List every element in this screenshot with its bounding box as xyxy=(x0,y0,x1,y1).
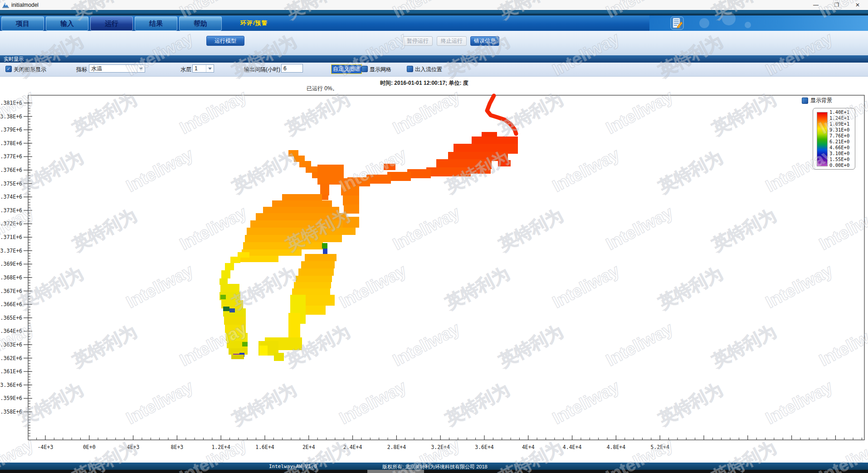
stop-run-button[interactable]: 终止运行 xyxy=(437,36,467,46)
svg-text:3.37E+6: 3.37E+6 xyxy=(0,248,23,254)
indicator-dropdown[interactable]: 水温 xyxy=(89,64,145,73)
legend-value: 9.31E+0 xyxy=(829,127,849,132)
svg-text:2.4E+4: 2.4E+4 xyxy=(343,444,362,450)
legend-value: 1.40E+1 xyxy=(829,110,849,115)
svg-text:8E+3: 8E+3 xyxy=(171,444,184,450)
run-toolbar: 运行模型 已运行 0%。 暂停运行 终止运行 错误信息 xyxy=(0,31,868,55)
svg-text:3.371E+6: 3.371E+6 xyxy=(0,234,22,240)
chevron-down-icon xyxy=(206,65,214,72)
plot-canvas: 3.381E+63.38E+63.379E+63.378E+63.377E+63… xyxy=(0,88,868,465)
pause-run-button[interactable]: 暂停运行 xyxy=(403,36,433,46)
legend-value: 6.21E+0 xyxy=(829,139,849,144)
legend-value: 3.10E+0 xyxy=(829,151,849,156)
svg-text:-4E+3: -4E+3 xyxy=(38,444,54,450)
notes-icon[interactable] xyxy=(670,16,684,30)
tab-input[interactable]: 输入 xyxy=(46,16,88,31)
close-graph-checkbox[interactable]: ✓ xyxy=(5,66,12,72)
restore-button[interactable]: ❐ xyxy=(826,0,847,10)
svg-text:3.374E+6: 3.374E+6 xyxy=(0,194,22,200)
time-caption: 时间: 2016-01-01 12:00:17; 单位: 度 xyxy=(380,79,468,87)
svg-text:3.367E+6: 3.367E+6 xyxy=(0,288,22,294)
error-info-button[interactable]: 错误信息 xyxy=(470,36,499,46)
legend-toggle: 显示背景 xyxy=(802,97,832,104)
tab-project[interactable]: 项目 xyxy=(1,16,44,31)
color-scale-legend: 1.40E+11.24E+11.09E+19.31E+07.76E+06.21E… xyxy=(813,108,855,170)
svg-text:3.2E+4: 3.2E+4 xyxy=(431,444,450,450)
menu-badge: 环评/预警 xyxy=(240,19,268,27)
svg-text:3.375E+6: 3.375E+6 xyxy=(0,180,22,187)
svg-text:3.366E+6: 3.366E+6 xyxy=(0,301,22,307)
menu-right-panel xyxy=(649,15,868,31)
svg-text:1.2E+4: 1.2E+4 xyxy=(211,444,230,450)
svg-text:3.358E+6: 3.358E+6 xyxy=(0,409,22,415)
legend-value: 4.66E+0 xyxy=(829,145,849,150)
svg-text:3.372E+6: 3.372E+6 xyxy=(0,220,22,227)
svg-text:3.38E+6: 3.38E+6 xyxy=(0,113,23,120)
svg-text:4E+4: 4E+4 xyxy=(522,444,535,450)
svg-text:0E+0: 0E+0 xyxy=(83,444,96,450)
realtime-controls: ✓ 关闭图形显示 指标 水温 水层 1 输出间隔(小时) 自定义图谱 显示网格 … xyxy=(0,63,868,77)
minimize-button[interactable]: — xyxy=(805,0,826,10)
window-controls: —❐✕ xyxy=(805,0,868,10)
window-title: initialmodel xyxy=(11,2,39,8)
legend-value: 7.76E+0 xyxy=(829,133,849,138)
svg-text:1.6E+4: 1.6E+4 xyxy=(255,444,274,450)
chevron-down-icon xyxy=(137,65,145,72)
app-icon xyxy=(2,2,9,8)
interval-input[interactable] xyxy=(281,64,303,73)
svg-text:3.381E+6: 3.381E+6 xyxy=(0,100,22,106)
show-grid-checkbox[interactable] xyxy=(361,66,368,72)
layer-dropdown[interactable]: 1 xyxy=(192,64,214,73)
indicator-value: 水温 xyxy=(91,65,102,73)
show-background-checkbox[interactable] xyxy=(802,98,808,104)
menu-bar: 项目输入运行结果帮助 环评/预警 xyxy=(0,15,868,31)
close-button[interactable]: ✕ xyxy=(847,0,868,10)
close-graph-label: 关闭图形显示 xyxy=(14,66,46,73)
svg-text:3.36E+6: 3.36E+6 xyxy=(0,382,23,388)
realtime-header: 实时显示 xyxy=(0,55,868,63)
app-window: initialmodel —❐✕ 项目输入运行结果帮助 环评/预警 运行模型 xyxy=(0,0,868,473)
legend-value: 1.24E+1 xyxy=(829,116,849,121)
svg-text:3.362E+6: 3.362E+6 xyxy=(0,355,22,361)
title-bar: initialmodel —❐✕ xyxy=(0,0,868,10)
run-model-button[interactable]: 运行模型 xyxy=(206,36,244,46)
svg-text:2.8E+4: 2.8E+4 xyxy=(387,444,406,450)
svg-text:3.361E+6: 3.361E+6 xyxy=(0,368,22,375)
color-scale-values: 1.40E+11.24E+11.09E+19.31E+07.76E+06.21E… xyxy=(829,110,849,168)
legend-value: 0.00E+0 xyxy=(829,163,849,168)
svg-text:4.8E+4: 4.8E+4 xyxy=(607,444,626,450)
svg-text:3.368E+6: 3.368E+6 xyxy=(0,274,22,281)
svg-text:3.363E+6: 3.363E+6 xyxy=(0,341,22,348)
svg-text:3.373E+6: 3.373E+6 xyxy=(0,207,22,214)
indicator-label: 指标 xyxy=(76,66,87,73)
show-grid-label: 显示网格 xyxy=(370,66,391,73)
nav-strip xyxy=(0,10,868,15)
tab-help[interactable]: 帮助 xyxy=(179,16,222,31)
show-background-label: 显示背景 xyxy=(810,97,832,104)
svg-text:4E+3: 4E+3 xyxy=(127,444,140,450)
custom-palette-button[interactable]: 自定义图谱 xyxy=(331,64,362,74)
svg-text:2E+4: 2E+4 xyxy=(302,444,315,450)
inout-flow-label: 出入流位置 xyxy=(415,66,442,73)
tab-run[interactable]: 运行 xyxy=(90,16,133,31)
layer-label: 水层 xyxy=(180,66,191,73)
svg-text:3.365E+6: 3.365E+6 xyxy=(0,315,22,321)
inout-flow-checkbox[interactable] xyxy=(407,66,413,72)
svg-text:3.369E+6: 3.369E+6 xyxy=(0,261,22,267)
taskbar-strip xyxy=(0,470,868,473)
legend-value: 1.55E+0 xyxy=(829,157,849,162)
app-version: Intelway-AW V1.0 xyxy=(269,463,317,469)
legend-value: 1.09E+1 xyxy=(829,122,849,127)
tab-results[interactable]: 结果 xyxy=(135,16,177,31)
svg-text:3.378E+6: 3.378E+6 xyxy=(0,140,22,146)
taskbar-segment xyxy=(367,470,424,473)
svg-text:3.364E+6: 3.364E+6 xyxy=(0,328,22,334)
interval-label: 输出间隔(小时) xyxy=(244,66,280,73)
color-scale-bar xyxy=(817,112,828,166)
svg-text:3.379E+6: 3.379E+6 xyxy=(0,127,22,133)
status-footer: Intelway-AW V1.0 版权所有: 北京英特利为环境科技有限公司 20… xyxy=(0,463,868,470)
svg-text:3.6E+4: 3.6E+4 xyxy=(475,444,494,450)
layer-value: 1 xyxy=(195,65,198,72)
plot-border xyxy=(28,95,864,440)
svg-text:3.376E+6: 3.376E+6 xyxy=(0,167,22,173)
